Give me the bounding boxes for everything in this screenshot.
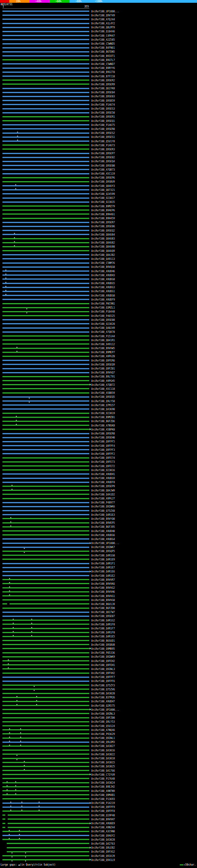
hit-label[interactable]: UniRef100_Q9FZ00 <box>91 716 115 719</box>
hit-label[interactable]: UniRef100_Q9SER0 <box>91 128 115 130</box>
hit-bar[interactable] <box>2 441 89 442</box>
hit-label[interactable]: UniRef100_Q43024 <box>91 781 115 784</box>
hit-bar[interactable] <box>2 177 89 179</box>
hit-bar[interactable] <box>2 145 89 146</box>
hit-label[interactable]: UniRef100_A9UDG4 <box>91 538 115 541</box>
hit-bar[interactable] <box>2 855 89 857</box>
hit-label[interactable]: UniRef100_Q4R1E6 <box>91 570 115 573</box>
hit-bar[interactable] <box>2 652 89 654</box>
hit-label[interactable]: UniRef100_Q9AUY2 <box>91 834 115 837</box>
hit-bar[interactable] <box>2 343 89 345</box>
hit-label[interactable]: UniRef100_P48977 <box>91 501 115 504</box>
hit-bar[interactable] <box>2 437 89 438</box>
hit-label[interactable]: UniRef100_Q9FEH2 <box>91 660 115 662</box>
hit-label[interactable]: UniRef100_O49112 <box>91 343 115 346</box>
hit-label[interactable]: UniRef100_Q7M157 <box>91 404 115 407</box>
hit-bar[interactable] <box>2 640 89 641</box>
hit-bar[interactable] <box>2 421 89 422</box>
hit-bar[interactable] <box>2 148 89 150</box>
hit-bar[interactable] <box>2 331 89 333</box>
hit-bar[interactable] <box>2 364 89 365</box>
hit-bar[interactable] <box>2 835 89 836</box>
hit-label[interactable]: UniRef100_A9U0E9 <box>91 822 115 825</box>
hit-label[interactable]: UniRef100_A7QJ44 <box>91 18 115 21</box>
hit-label[interactable]: UniRef100_Q9LY53 <box>91 720 115 723</box>
hit-label[interactable]: UniRef100_B9MZ79 <box>91 205 115 208</box>
hit-bar[interactable] <box>2 295 89 296</box>
hit-label[interactable]: UniRef100_Q9FXG2 <box>91 850 115 853</box>
hit-label[interactable]: UniRef100_Q9SE02 <box>91 156 115 159</box>
hit-label[interactable]: UniRef100_A2Z585 <box>91 38 115 41</box>
hit-bar[interactable] <box>2 181 89 183</box>
hit-label[interactable]: UniRef100_Q9FPF4 <box>91 445 115 447</box>
hit-bar[interactable] <box>2 335 89 337</box>
hit-bar[interactable] <box>2 213 89 215</box>
hit-label[interactable]: UniRef100_P0C9N1 <box>91 302 115 305</box>
hit-label[interactable]: UniRef100_Q43690 <box>91 408 115 411</box>
hit-label[interactable]: UniRef100_Q07321 <box>91 189 115 191</box>
hit-bar[interactable] <box>2 392 89 394</box>
hit-label[interactable]: UniRef100_B9H461 <box>91 213 115 216</box>
hit-label[interactable]: UniRef100_A9UDH7 <box>91 700 115 703</box>
hit-bar[interactable] <box>2 63 89 65</box>
hit-bar[interactable] <box>2 510 89 512</box>
hit-bar[interactable] <box>2 67 89 69</box>
hit-bar[interactable] <box>2 693 89 694</box>
hit-bar[interactable] <box>2 733 89 735</box>
hit-bar[interactable] <box>2 530 89 532</box>
hit-label[interactable]: UniRef100_Q9SEQ2 <box>91 229 115 232</box>
hit-label[interactable]: UniRef100_P14673 <box>91 144 115 147</box>
hit-label[interactable]: UniRef100_Q43015 <box>91 761 115 764</box>
hit-label[interactable]: UniRef100_UP1000... <box>91 709 120 711</box>
hit-label[interactable]: UniRef100_Q9SQP5 <box>91 550 115 553</box>
hit-label[interactable]: UniRef100_B3TM26 <box>91 696 115 699</box>
hit-bar[interactable] <box>2 526 89 528</box>
hit-label[interactable]: UniRef100_Q75ZV6 <box>91 688 115 691</box>
hit-bar[interactable] <box>2 283 89 284</box>
hit-label[interactable]: UniRef100_Q75ZY3 <box>91 684 115 687</box>
hit-label[interactable]: UniRef100_Q9M4B1 <box>91 794 115 797</box>
hit-bar[interactable] <box>8 827 89 828</box>
hit-bar[interactable] <box>2 802 89 804</box>
hit-label[interactable]: UniRef100_A9UDG1 <box>91 290 115 293</box>
hit-bar[interactable] <box>2 563 89 564</box>
hit-label[interactable]: UniRef100_Q4R1E2 <box>91 575 115 577</box>
hit-bar[interactable] <box>2 762 89 763</box>
hit-bar[interactable] <box>2 648 89 649</box>
hit-bar[interactable] <box>2 738 89 739</box>
hit-bar[interactable] <box>2 684 89 686</box>
hit-label[interactable]: UniRef100_Q9SE03 <box>91 95 115 98</box>
hit-label[interactable]: UniRef100_Q9SEP9 <box>91 485 115 488</box>
hit-label[interactable]: UniRef100_Q19P40 <box>91 814 115 817</box>
hit-label[interactable]: UniRef100_B9LT91 <box>91 375 115 378</box>
hit-label[interactable]: UniRef100_Q84UY3 <box>91 185 115 188</box>
hit-bar[interactable] <box>2 477 89 479</box>
hit-label[interactable]: UniRef100_B9GTL7 <box>91 59 115 62</box>
hit-label[interactable]: UniRef100_B9H459 <box>91 217 115 220</box>
hit-label[interactable]: UniRef100_B9VVQ7 <box>91 371 115 374</box>
hit-bar[interactable] <box>2 116 89 118</box>
hit-bar[interactable] <box>2 555 89 556</box>
hit-label[interactable]: UniRef100_B6F395 <box>91 526 115 528</box>
hit-label[interactable]: UniRef100_Q10446 <box>91 30 115 33</box>
hit-bar[interactable] <box>2 587 89 589</box>
hit-label[interactable]: UniRef100_Q9SEQ5 <box>91 396 115 398</box>
hit-bar[interactable] <box>2 234 89 235</box>
hit-label[interactable]: UniRef100_O23035 <box>91 201 115 204</box>
hit-bar[interactable] <box>2 782 89 784</box>
hit-label[interactable]: UniRef100_A7Q870 <box>91 331 115 334</box>
hit-label[interactable]: UniRef100_B9VVH7 <box>91 818 115 821</box>
hit-bar[interactable] <box>2 794 89 796</box>
hit-bar[interactable] <box>2 425 89 426</box>
hit-label[interactable]: UniRef100_Q01TW7 <box>91 611 115 614</box>
hit-label[interactable]: UniRef100_Q49113 <box>91 258 115 260</box>
hit-label[interactable]: UniRef100_Q9SES3 <box>91 107 115 110</box>
hit-bar[interactable] <box>2 766 89 767</box>
hit-bar[interactable] <box>9 603 89 605</box>
hit-label[interactable]: UniRef100_Q9FE74 <box>91 457 115 459</box>
hit-bar[interactable] <box>2 352 89 353</box>
hit-label[interactable]: UniRef100_A9NTN9 <box>91 790 115 793</box>
hit-bar[interactable] <box>2 814 5 816</box>
hit-bar[interactable] <box>2 721 89 723</box>
hit-label[interactable]: UniRef100_B6FZD0 <box>91 607 115 610</box>
